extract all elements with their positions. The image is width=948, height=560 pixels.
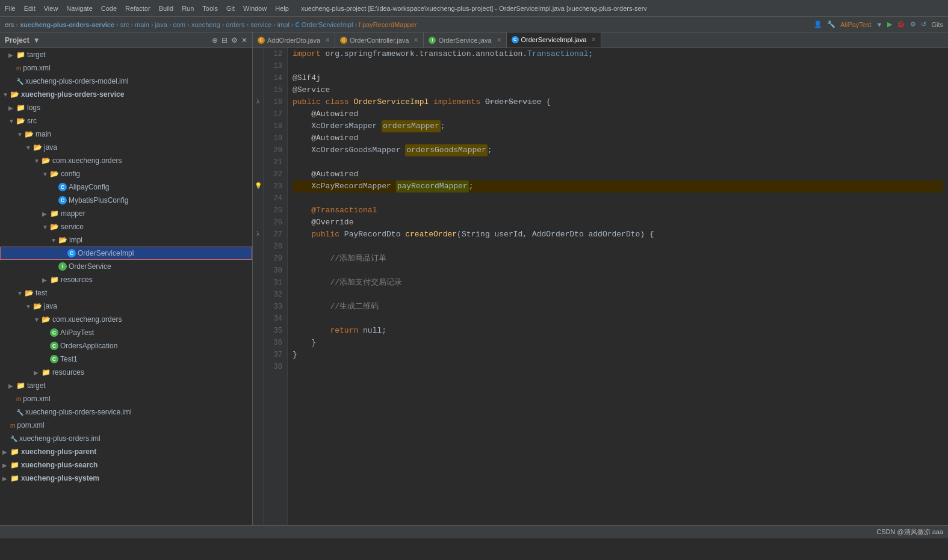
gutter-line [253, 108, 263, 120]
menu-bar[interactable]: File Edit View Navigate Code Refactor Bu… [5, 5, 289, 12]
gutter-line [253, 60, 263, 72]
tree-item-test-resources[interactable]: ▶ 📁 resources [0, 366, 252, 379]
code-area[interactable]: import org.springframework.transaction.a… [288, 48, 948, 525]
toolbar-icon-4[interactable]: ↺ [921, 20, 926, 28]
panel-icon-collapse[interactable]: ⊟ [222, 36, 228, 45]
menu-edit[interactable]: Edit [24, 5, 36, 12]
iml-icon3: 🔧 [10, 435, 17, 442]
tab-close[interactable]: ✕ [591, 36, 596, 43]
tree-item-impl[interactable]: ▼ 📂 impl [0, 233, 252, 247]
toolbar-icon-3[interactable]: ⚙ [910, 20, 916, 28]
tree-item-order-service[interactable]: I OrderService [0, 260, 252, 273]
tree-item-com-xuecheng-orders[interactable]: ▼ 📂 com.xuecheng.orders [0, 154, 252, 167]
panel-icon-localize[interactable]: ⊕ [212, 36, 218, 45]
menu-refactor[interactable]: Refactor [125, 5, 150, 12]
code-line-22: @Autowired [293, 168, 943, 180]
menu-file[interactable]: File [5, 5, 16, 12]
run-config-dropdown[interactable]: ▼ [876, 21, 883, 28]
tree-item-test-java[interactable]: ▼ 📂 java [0, 300, 252, 313]
menu-run[interactable]: Run [182, 5, 194, 12]
code-line-36: } [293, 337, 943, 349]
menu-git[interactable]: Git [226, 5, 235, 12]
tree-item-service-iml[interactable]: 🔧 xuecheng-plus-orders-service.iml [0, 405, 252, 419]
project-panel-header: Project ▼ ⊕ ⊟ ⚙ ✕ [0, 32, 252, 48]
tree-item-resources[interactable]: ▶ 📁 resources [0, 273, 252, 286]
tree-item-alipay-test[interactable]: C AliPayTest [0, 326, 252, 339]
tree-item-target2[interactable]: ▶ 📁 target [0, 379, 252, 392]
menu-build[interactable]: Build [159, 5, 173, 12]
code-line-16: public class OrderServiceImpl implements… [293, 96, 943, 108]
tree-item-alipay-config[interactable]: C AlipayConfig [0, 180, 252, 194]
breadcrumb-item[interactable]: xuecheng-plus-orders-service [20, 21, 114, 28]
code-line-13 [293, 60, 943, 72]
tree-item-orders-service[interactable]: ▼ 📂 xuecheng-plus-orders-service [0, 88, 252, 101]
tree-item-logs[interactable]: ▶ 📁 logs [0, 101, 252, 114]
tree-item-pom1[interactable]: m pom.xml [0, 61, 252, 75]
code-line-12: import org.springframework.transaction.a… [293, 48, 943, 60]
tab-close[interactable]: ✕ [325, 37, 330, 43]
code-line-14: @Slf4j [293, 72, 943, 84]
tree-item-orders-app[interactable]: C OrdersApplication [0, 339, 252, 352]
breadcrumb-item[interactable]: java [155, 21, 167, 28]
breadcrumb-item[interactable]: ers [5, 21, 14, 28]
run-button[interactable]: ▶ [887, 20, 892, 28]
tree-item-config[interactable]: ▼ 📂 config [0, 167, 252, 180]
breadcrumb-item[interactable]: impl [277, 21, 290, 28]
run-config-label: AliPayTest [840, 21, 871, 28]
tree-item-search[interactable]: ▶ 📁 xuecheng-plus-search [0, 458, 252, 472]
gutter-line: 💡 [253, 180, 263, 192]
tree-item-test-package[interactable]: ▼ 📂 com.xuecheng.orders [0, 313, 252, 326]
gutter-line [253, 120, 263, 132]
tab-close[interactable]: ✕ [497, 37, 501, 43]
tree-item-main[interactable]: ▼ 📂 main [0, 128, 252, 141]
code-line-27: public PayRecordDto createOrder(String u… [293, 229, 943, 241]
tree-item-model-iml[interactable]: 🔧 xuecheng-plus-orders-model.iml [0, 75, 252, 88]
tab-order-controller[interactable]: C OrderController.java ✕ [335, 32, 424, 48]
panel-icon-close[interactable]: ✕ [241, 36, 247, 45]
breadcrumb-icon-2[interactable]: 🔧 [827, 20, 835, 28]
menu-navigate[interactable]: Navigate [66, 5, 92, 12]
tree-item-src[interactable]: ▼ 📂 src [0, 114, 252, 128]
tree-item-service[interactable]: ▼ 📂 service [0, 220, 252, 233]
tree-item-test[interactable]: ▼ 📂 test [0, 286, 252, 300]
panel-header-dropdown[interactable]: ▼ [33, 36, 40, 45]
tree-item-java[interactable]: ▼ 📂 java [0, 141, 252, 154]
panel-icon-settings[interactable]: ⚙ [231, 36, 238, 45]
status-bar: CSDN @清风微凉 aaa [0, 525, 948, 538]
breadcrumb-item[interactable]: service [250, 21, 271, 28]
tree-item-parent[interactable]: ▶ 📁 xuecheng-plus-parent [0, 445, 252, 458]
editor-content: λ 💡 λ [253, 48, 948, 525]
tree-item-pom-root[interactable]: m pom.xml [0, 419, 252, 432]
tab-order-service[interactable]: I OrderService.java ✕ [424, 32, 506, 48]
menu-help[interactable]: Help [275, 5, 289, 12]
breadcrumb-item[interactable]: com [173, 21, 185, 28]
code-line-20: XcOrdersGoodsMapper ordersGoodsMapper; [293, 144, 943, 156]
breadcrumb-item-member[interactable]: f payRecordMapper [359, 21, 417, 28]
test-class-icon: C [50, 328, 58, 337]
breadcrumb-icon-1[interactable]: 👤 [814, 20, 822, 28]
gutter-line: λ [253, 229, 263, 241]
tab-close[interactable]: ✕ [414, 37, 418, 43]
menu-view[interactable]: View [44, 5, 58, 12]
tree-item-target1[interactable]: ▶ 📁 target [0, 48, 252, 61]
menu-window[interactable]: Window [243, 5, 267, 12]
tab-order-service-impl[interactable]: C OrderServiceImpl.java ✕ [507, 32, 602, 48]
debug-button[interactable]: 🐞 [897, 20, 905, 28]
menu-tools[interactable]: Tools [202, 5, 218, 12]
git-label: Gits [931, 21, 943, 28]
breadcrumb-item[interactable]: main [135, 21, 149, 28]
tree-item-system[interactable]: ▶ 📁 xuecheng-plus-system [0, 472, 252, 485]
tree-item-orders-iml[interactable]: 🔧 xuecheng-plus-orders.iml [0, 432, 252, 445]
tree-item-mybatis-config[interactable]: C MybatisPlusConfig [0, 194, 252, 207]
menu-code[interactable]: Code [101, 5, 117, 12]
tab-add-order-dto[interactable]: C AddOrderDto.java ✕ [253, 32, 335, 48]
tree-item-test1[interactable]: C Test1 [0, 352, 252, 366]
line-numbers: 12 13 14 15 16 17 18 19 20 21 22 23 24 2… [264, 48, 288, 525]
breadcrumb-item[interactable]: src [120, 21, 129, 28]
breadcrumb-item[interactable]: orders [226, 21, 244, 28]
tree-item-mapper[interactable]: ▶ 📁 mapper [0, 207, 252, 220]
tree-item-pom2[interactable]: m pom.xml [0, 392, 252, 405]
breadcrumb-item[interactable]: xuecheng [191, 21, 220, 28]
tree-item-order-service-impl[interactable]: C OrderServiceImpl [0, 247, 252, 260]
breadcrumb-item-class[interactable]: C OrderServiceImpl [296, 21, 353, 28]
